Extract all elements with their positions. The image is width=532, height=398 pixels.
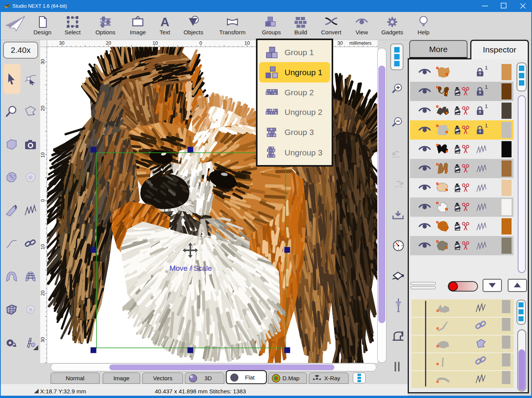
svg-text:20: 20 bbox=[106, 40, 111, 46]
svg-text:20: 20 bbox=[40, 290, 46, 296]
svg-text:10: 10 bbox=[40, 244, 46, 250]
svg-text:10: 10 bbox=[40, 152, 46, 158]
svg-text:0: 0 bbox=[200, 40, 202, 46]
svg-text:A: A bbox=[160, 16, 169, 28]
svg-text:0: 0 bbox=[40, 199, 46, 202]
svg-text:Move / Scale: Move / Scale bbox=[169, 264, 212, 272]
svg-text:10: 10 bbox=[152, 40, 158, 46]
svg-text:millimeters: millimeters bbox=[349, 40, 371, 46]
svg-text:30: 30 bbox=[40, 337, 46, 342]
svg-text:30: 30 bbox=[337, 40, 343, 46]
svg-text:30: 30 bbox=[40, 59, 46, 64]
svg-text:10: 10 bbox=[244, 40, 250, 46]
svg-text:30: 30 bbox=[59, 40, 64, 46]
svg-text:20: 20 bbox=[40, 106, 46, 111]
